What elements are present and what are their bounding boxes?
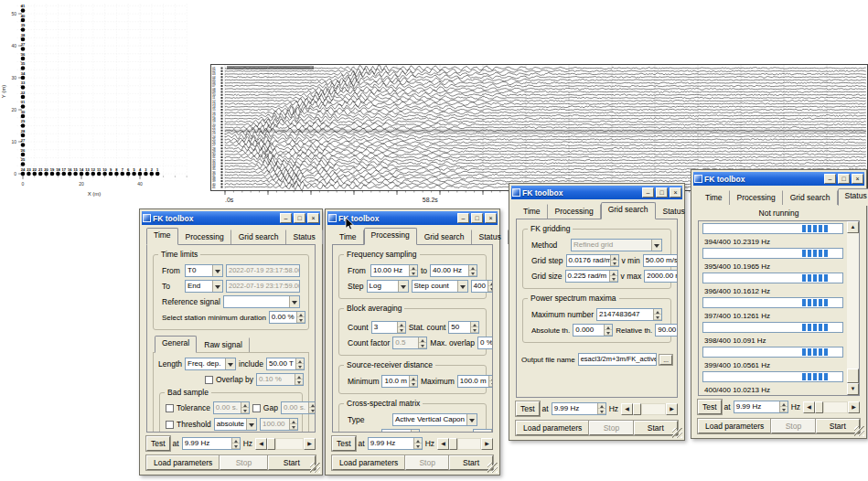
test-frequency-spinner[interactable]: 9.99 Hz [368, 437, 423, 450]
tab-status[interactable]: Status [656, 204, 692, 219]
max-overlap-spinner[interactable]: 0 % [477, 337, 493, 349]
resize-grip[interactable] [672, 428, 682, 438]
scroll-left-icon[interactable]: ◀ [437, 438, 449, 450]
maximize-button[interactable]: □ [656, 187, 668, 198]
minimize-button[interactable]: – [457, 213, 469, 223]
frequency-scrollbar[interactable]: ◀▶ [621, 403, 678, 415]
dropdown-arrow-icon[interactable] [212, 281, 222, 292]
tab-grid-search[interactable]: Grid search [417, 230, 472, 244]
tab-time[interactable]: Time [516, 204, 548, 219]
load-parameters-button[interactable]: Load parameters [332, 455, 405, 470]
tab-time[interactable]: Time [698, 190, 730, 205]
min-duration-spinner[interactable]: 0.00 % [269, 311, 305, 324]
scrollbar-thumb[interactable] [267, 438, 275, 450]
minimize-button[interactable]: – [642, 187, 654, 198]
maximize-button[interactable]: □ [471, 213, 483, 223]
stop-button[interactable]: Stop [771, 419, 815, 433]
vmin-spinner[interactable]: 50.00 m/s [643, 254, 678, 267]
dropdown-arrow-icon[interactable] [651, 240, 661, 251]
tolerance-checkbox[interactable] [166, 404, 174, 412]
scroll-left-icon[interactable]: ◀ [803, 401, 815, 413]
tab-time[interactable]: Time [332, 230, 364, 244]
tab-processing[interactable]: Processing [178, 230, 231, 244]
load-parameters-button[interactable]: Load parameters [146, 455, 220, 470]
grid-size-spinner[interactable]: 0.225 rad/m [565, 270, 618, 283]
scrollbar-thumb[interactable] [815, 401, 823, 413]
title-bar[interactable]: FK toolbox – □ × [327, 211, 498, 225]
tab-grid-search[interactable]: Grid search [601, 202, 656, 219]
scroll-up-icon[interactable]: ▲ [847, 221, 859, 233]
stop-button[interactable]: Stop [220, 455, 267, 470]
scroll-right-icon[interactable]: ▶ [848, 401, 860, 413]
scroll-left-icon[interactable]: ◀ [621, 403, 633, 415]
grid-step-spinner[interactable]: 0.0176 rad/m [566, 254, 619, 267]
scroll-down-icon[interactable]: ▼ [847, 383, 859, 395]
frequency-scrollbar[interactable]: ◀▶ [437, 438, 493, 450]
threshold-mode-combo[interactable]: absolute [214, 418, 257, 431]
load-parameters-button[interactable]: Load parameters [516, 421, 589, 435]
dropdown-arrow-icon[interactable] [246, 419, 256, 430]
threshold-checkbox[interactable] [166, 421, 174, 429]
damping-spinner[interactable]: 0.0000 [381, 429, 420, 433]
resize-grip[interactable] [854, 426, 864, 436]
dropdown-arrow-icon[interactable] [289, 296, 299, 307]
resize-grip[interactable] [310, 463, 320, 473]
step-count-combo[interactable]: Step count [412, 280, 468, 293]
tab-status[interactable]: Status [472, 230, 509, 244]
scroll-left-icon[interactable]: ◀ [255, 438, 267, 450]
freq-from-spinner[interactable]: 10.00 Hz [370, 264, 418, 277]
scrollbar-thumb[interactable] [449, 438, 457, 450]
test-frequency-spinner[interactable]: 9.99 Hz [552, 402, 606, 415]
maximum-number-spinner[interactable]: 2147483647 [596, 308, 662, 321]
absolute-th-spinner[interactable]: 0.000 [573, 324, 613, 337]
start-button[interactable]: Start [268, 455, 316, 470]
tab-time[interactable]: Time [146, 228, 178, 245]
close-button[interactable]: × [307, 213, 319, 223]
title-bar[interactable]: FK toolbox – □ × [142, 211, 320, 225]
count-spinner[interactable]: 3 [371, 321, 406, 334]
load-parameters-button[interactable]: Load parameters [698, 419, 771, 433]
title-bar[interactable]: FK toolbox – □ × [693, 172, 864, 186]
title-bar[interactable]: FK toolbox – □ × [511, 186, 682, 199]
threshold-spinner[interactable]: 100.00 [260, 418, 298, 431]
test-button[interactable]: Test [516, 401, 540, 416]
stop-button[interactable]: Stop [589, 421, 633, 435]
reference-signal-combo[interactable] [223, 295, 300, 308]
from-mode-combo[interactable]: T0 [185, 264, 223, 277]
start-button[interactable]: Start [816, 419, 860, 433]
tab-status[interactable]: Status [286, 230, 323, 244]
tab-processing[interactable]: Processing [730, 190, 783, 205]
test-button[interactable]: Test [698, 400, 722, 414]
method-combo[interactable]: Refined grid [571, 239, 662, 251]
maximize-button[interactable]: □ [294, 213, 305, 223]
minimize-button[interactable]: – [280, 213, 292, 223]
overlap-spinner[interactable]: 0.10 % [256, 373, 304, 386]
dropdown-arrow-icon[interactable] [212, 265, 222, 276]
gap-spinner[interactable]: 0.00 s. [281, 401, 316, 414]
output-file-name-field[interactable]: esacl3/2m+3m/FK_activeConv.max [578, 353, 657, 366]
stop-button[interactable]: Stop [405, 455, 449, 470]
count-factor-spinner[interactable]: 0.5 [392, 337, 427, 349]
stat-count-spinner[interactable]: 50 [448, 321, 479, 334]
tab-grid-search[interactable]: Grid search [783, 190, 838, 205]
scroll-right-icon[interactable]: ▶ [666, 403, 678, 415]
close-button[interactable]: × [852, 174, 863, 184]
to-mode-combo[interactable]: End [185, 280, 223, 293]
resize-grip[interactable] [488, 463, 498, 473]
csm-type-combo[interactable]: Active Vertical Capon [392, 413, 477, 426]
vmax-spinner[interactable]: 2000.00 m/s [644, 270, 678, 283]
dropdown-arrow-icon[interactable] [225, 358, 235, 369]
tab-processing[interactable]: Processing [548, 204, 601, 219]
rotation-count-spinner[interactable]: 72 [473, 429, 493, 433]
maximize-button[interactable]: □ [838, 174, 850, 184]
test-frequency-spinner[interactable]: 9.99 Hz [182, 437, 241, 450]
close-button[interactable]: × [485, 213, 497, 223]
subtab-general[interactable]: General [155, 336, 197, 353]
distance-max-spinner[interactable]: 100.0 m [457, 375, 493, 388]
scrollbar-thumb[interactable] [633, 403, 641, 415]
dropdown-arrow-icon[interactable] [466, 414, 477, 425]
test-frequency-spinner[interactable]: 9.99 Hz [734, 401, 788, 413]
freq-to-spinner[interactable]: 40.00 Hz [430, 264, 477, 277]
tab-grid-search[interactable]: Grid search [231, 230, 286, 244]
tolerance-spinner[interactable]: 0.00 s. [213, 401, 250, 414]
